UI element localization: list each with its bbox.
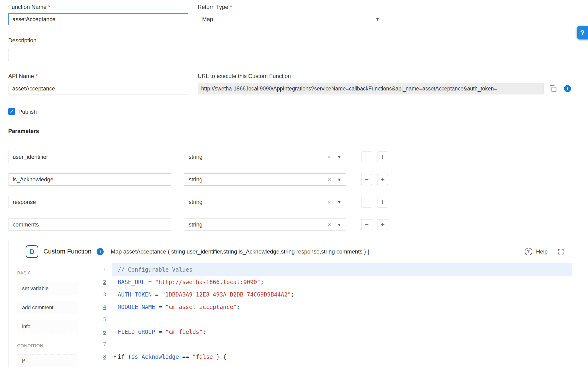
- code-line[interactable]: 9▾ inputData = {"list_info": {: [97, 363, 572, 367]
- sidebar-snippet-set-variable[interactable]: set variable: [17, 282, 78, 295]
- required-asterisk: *: [35, 73, 38, 79]
- add-parameter-button[interactable]: +: [377, 219, 388, 230]
- return-type-value: Map: [202, 16, 213, 23]
- clear-icon[interactable]: ×: [328, 221, 331, 228]
- line-number[interactable]: 8: [97, 354, 112, 360]
- api-name-input[interactable]: [8, 83, 188, 94]
- api-name-label-text: API Name: [8, 73, 34, 79]
- publish-checkbox[interactable]: ✓: [8, 108, 15, 115]
- required-asterisk: *: [230, 4, 232, 10]
- info-icon[interactable]: i: [97, 248, 104, 255]
- url-label: URL to execute this Custom Function: [198, 73, 291, 79]
- snippet-sidebar: BASICset variableadd commentinfoCONDITIO…: [8, 262, 97, 367]
- parameter-row: string×▾−+: [0, 173, 588, 186]
- code-line[interactable]: 3AUTH_TOKEN = "1DBDABA9-12E8-493A-B2DB-7…: [97, 288, 572, 301]
- code-line[interactable]: 8▾if (is_Acknowledge == "false") {: [97, 350, 572, 363]
- parameter-name-input[interactable]: [8, 218, 171, 231]
- code-text: if (is_Acknowledge == "false") {: [118, 354, 226, 360]
- code-text: inputData = {"list_info": {: [118, 366, 223, 367]
- line-number[interactable]: 3: [97, 292, 112, 297]
- code-line-body: MODULE_NAME = "cm_asset_acceptance";: [112, 301, 572, 313]
- help-floating-button[interactable]: ?: [577, 26, 588, 40]
- sidebar-snippet-add-comment[interactable]: add comment: [17, 301, 78, 314]
- description-input[interactable]: [8, 49, 383, 61]
- sidebar-section-title: BASIC: [17, 270, 97, 275]
- help-link[interactable]: Help: [536, 248, 547, 255]
- clear-icon[interactable]: ×: [328, 176, 331, 183]
- parameter-type-select[interactable]: string×▾: [184, 151, 346, 163]
- copy-icon[interactable]: [549, 84, 558, 93]
- code-line[interactable]: 5: [97, 313, 572, 326]
- code-line[interactable]: 7: [97, 338, 572, 350]
- parameter-type-select[interactable]: string×▾: [184, 173, 346, 186]
- parameter-type-select[interactable]: string×▾: [184, 196, 346, 208]
- code-text: // Configurable Values: [118, 267, 193, 273]
- parameter-name-input[interactable]: [8, 151, 171, 163]
- code-text: AUTH_TOKEN = "1DBDABA9-12E8-493A-B2DB-74…: [118, 291, 294, 298]
- chevron-down-icon: ▾: [376, 16, 379, 22]
- code-line-body: // Configurable Values: [112, 263, 572, 276]
- custom-function-editor-page: ? Function Name* Return Type* Map ▾ Desc…: [0, 0, 588, 367]
- sidebar-snippet-if[interactable]: if: [17, 355, 78, 367]
- code-editor-panel: D Custom Function i Map assetAcceptance …: [8, 241, 572, 367]
- parameter-type-value: string: [189, 199, 202, 205]
- deluge-icon: D: [26, 245, 38, 258]
- code-line[interactable]: 2BASE_URL = "http://swetha-1866.local:90…: [97, 276, 572, 288]
- editor-body: BASICset variableadd commentinfoCONDITIO…: [8, 262, 572, 367]
- remove-parameter-button[interactable]: −: [361, 174, 372, 185]
- function-name-label: Function Name*: [8, 4, 50, 10]
- parameter-type-value: string: [189, 176, 202, 183]
- code-line[interactable]: 4MODULE_NAME = "cm_asset_acceptance";: [97, 301, 572, 313]
- clear-icon[interactable]: ×: [328, 199, 331, 206]
- line-number[interactable]: 1: [97, 267, 112, 273]
- sidebar-snippet-info[interactable]: info: [17, 320, 78, 334]
- function-name-label-text: Function Name: [8, 4, 47, 10]
- parameter-name-input[interactable]: [8, 196, 171, 208]
- line-number[interactable]: 5: [97, 317, 112, 322]
- return-type-label: Return Type*: [198, 4, 232, 10]
- parameters-heading: Parameters: [8, 128, 39, 134]
- add-parameter-button[interactable]: +: [377, 151, 388, 162]
- fold-icon[interactable]: ▾: [112, 355, 118, 359]
- function-name-input[interactable]: [8, 13, 188, 25]
- add-parameter-button[interactable]: +: [377, 174, 388, 185]
- parameter-name-input[interactable]: [8, 173, 171, 186]
- fullscreen-icon[interactable]: [557, 248, 564, 255]
- remove-parameter-button[interactable]: −: [361, 219, 372, 230]
- code-line[interactable]: 1// Configurable Values: [97, 263, 572, 276]
- description-label: Description: [8, 37, 36, 44]
- line-number[interactable]: 2: [97, 279, 112, 285]
- help-icon[interactable]: ?: [525, 248, 532, 255]
- chevron-down-icon: ▾: [338, 222, 341, 227]
- code-line-body: BASE_URL = "http://swetha-1866.local:909…: [112, 276, 572, 288]
- code-text: BASE_URL = "http://swetha-1866.local:909…: [118, 279, 264, 285]
- info-icon[interactable]: i: [564, 85, 571, 92]
- line-number[interactable]: 7: [97, 341, 112, 347]
- code-text: FIELD_GROUP = "cm_fields";: [118, 329, 206, 335]
- line-number[interactable]: 6: [97, 329, 112, 335]
- parameter-row: string×▾−+: [0, 218, 588, 231]
- url-readonly-field: http://swetha-1866.local:9090/AppIntegra…: [198, 83, 544, 94]
- parameter-type-value: string: [189, 154, 202, 160]
- code-area[interactable]: 1// Configurable Values2BASE_URL = "http…: [97, 262, 572, 367]
- required-asterisk: *: [48, 4, 50, 10]
- line-number[interactable]: 4: [97, 304, 112, 310]
- remove-parameter-button[interactable]: −: [361, 197, 372, 208]
- add-parameter-button[interactable]: +: [377, 197, 388, 208]
- parameter-row: string×▾−+: [0, 196, 588, 209]
- clear-icon[interactable]: ×: [328, 153, 331, 161]
- parameter-type-select[interactable]: string×▾: [184, 218, 346, 231]
- return-type-select[interactable]: Map ▾: [198, 13, 383, 25]
- sidebar-section-title: CONDITION: [17, 343, 97, 349]
- remove-parameter-button[interactable]: −: [361, 151, 372, 162]
- code-line-body: ▾if (is_Acknowledge == "false") {: [112, 350, 572, 363]
- return-type-label-text: Return Type: [198, 4, 228, 10]
- code-line-body: [112, 313, 572, 326]
- publish-label: Publish: [18, 108, 37, 115]
- editor-header: D Custom Function i Map assetAcceptance …: [8, 241, 572, 262]
- code-line-body: AUTH_TOKEN = "1DBDABA9-12E8-493A-B2DB-74…: [112, 288, 572, 301]
- code-line[interactable]: 6FIELD_GROUP = "cm_fields";: [97, 326, 572, 338]
- api-name-label: API Name*: [8, 73, 38, 79]
- code-line-body: [112, 338, 572, 350]
- code-text: MODULE_NAME = "cm_asset_acceptance";: [118, 304, 240, 310]
